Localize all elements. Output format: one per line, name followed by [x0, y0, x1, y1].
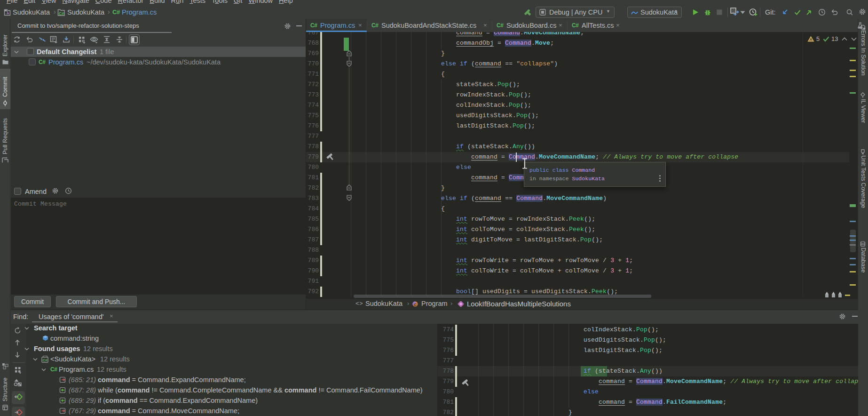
svg-text:A: A — [809, 37, 813, 42]
svg-text:C#: C# — [59, 11, 64, 16]
svg-text:C#: C# — [42, 358, 47, 362]
svg-text:C: C — [414, 303, 417, 307]
